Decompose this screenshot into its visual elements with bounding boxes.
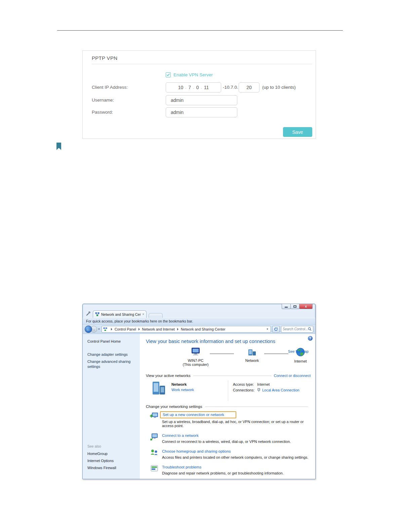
maximize-button[interactable] [290, 304, 299, 309]
breadcrumb-control-panel[interactable]: Control Panel [115, 327, 136, 331]
address-bar[interactable]: Control Panel Network and Internet Netwo… [102, 326, 271, 333]
client-ip-label: Client IP Address: [92, 85, 128, 90]
see-also-label: See also [87, 444, 116, 448]
map-node-label: Internet [284, 359, 315, 363]
password-field[interactable]: admin [166, 107, 237, 117]
main-pane: ? View your basic network information an… [140, 334, 315, 479]
task-description: Diagnose and repair network problems, or… [162, 471, 284, 475]
client-ip-start-input[interactable]: 10.7.0.11 [166, 82, 221, 92]
breadcrumb-network-sharing-center[interactable]: Network and Sharing Center [181, 327, 226, 331]
tab-close-icon[interactable]: × [142, 312, 144, 316]
see-full-map-link[interactable]: See full map [288, 349, 309, 353]
username-label: Username: [92, 98, 114, 103]
username-field[interactable]: admin [166, 95, 237, 105]
close-button[interactable]: x [299, 304, 313, 309]
rule [205, 407, 308, 407]
map-node-network[interactable]: Network [236, 349, 268, 363]
map-node-this-computer[interactable]: WIN7-PC (This computer) [179, 347, 212, 367]
wrench-icon[interactable] [85, 311, 91, 316]
sidebar-item-windows-firewall[interactable]: Windows Firewall [87, 466, 116, 470]
bookmarks-hint: For quick access, place your bookmarks h… [86, 319, 193, 323]
breadcrumb-separator [138, 328, 140, 331]
task-description: Set up a wireless, broadband, dial-up, a… [162, 420, 311, 428]
window-content: Control Panel Home Change adapter settin… [83, 334, 315, 479]
note-bookmark-icon [56, 143, 61, 150]
task-text: Connect to a network Connect or reconnec… [162, 432, 291, 444]
connect-network-icon [150, 433, 159, 441]
active-network-details: Access type: Internet Connections: [228, 380, 311, 401]
help-icon[interactable]: ? [308, 336, 313, 341]
task-setup-new-connection: Set up a new connection or network Set u… [150, 411, 311, 428]
new-tab-button[interactable] [149, 313, 163, 318]
local-area-connection-link[interactable]: Local Area Connection [262, 388, 299, 392]
map-connector [210, 353, 234, 354]
breadcrumb-network-internet[interactable]: Network and Internet [142, 327, 175, 331]
refresh-button[interactable] [272, 326, 280, 333]
task-description: Access files and printers located on oth… [162, 455, 308, 459]
active-network-names: Network Work network [171, 380, 194, 401]
task-homegroup-options: Choose homegroup and sharing options Acc… [150, 448, 311, 459]
new-connection-icon [150, 412, 159, 420]
access-type-label: Access type: [233, 382, 257, 386]
active-network-name: Network [171, 382, 194, 386]
panel-divider [92, 64, 312, 64]
active-network-card: Network Work network Access type: Intern… [151, 380, 311, 401]
search-placeholder: Search Control... [283, 327, 308, 331]
connect-to-network-link[interactable]: Connect to a network [162, 433, 199, 438]
homegroup-icon [150, 449, 159, 457]
ip-octet: 10 [178, 85, 184, 90]
address-dropdown-icon[interactable]: ▼ [266, 328, 269, 330]
map-node-label: Network [236, 358, 268, 363]
navigation-bar: ← → ▼ Control Panel Network and Internet… [83, 325, 315, 334]
sidebar-item-change-advanced-sharing[interactable]: Change advanced sharing settings [87, 359, 131, 369]
pptp-vpn-panel: PPTP VPN Enable VPN Server Client IP Add… [82, 50, 316, 139]
back-arrow-icon: ← [86, 327, 90, 331]
network-map: WIN7-PC (This computer) Network [146, 347, 311, 372]
ip-end-value: 20 [246, 85, 252, 90]
password-value: admin [171, 110, 184, 115]
setup-new-connection-link[interactable]: Set up a new connection or network [160, 411, 236, 418]
sidebar-item-control-panel-home[interactable]: Control Panel Home [87, 339, 140, 343]
control-panel-sidebar: Control Panel Home Change adapter settin… [83, 334, 140, 479]
bookmarks-bar[interactable]: For quick access, place your bookmarks h… [83, 318, 315, 325]
network-tab-icon [95, 312, 99, 316]
work-network-link[interactable]: Work network [171, 388, 194, 392]
password-label: Password: [92, 110, 113, 115]
ip-octet: 7 [189, 85, 191, 90]
save-button[interactable]: Save [283, 127, 312, 137]
minimize-button[interactable] [282, 304, 291, 309]
task-description: Connect or reconnect to a wireless, wire… [162, 440, 291, 444]
sidebar-item-internet-options[interactable]: Internet Options [87, 459, 116, 463]
header-rule [57, 30, 343, 31]
client-ip-end-input[interactable]: 20 [239, 82, 259, 92]
back-button[interactable]: ← [85, 326, 92, 333]
connections-label: Connections: [233, 388, 257, 392]
ip-dot: . [193, 85, 194, 90]
task-text: Troubleshoot problems Diagnose and repai… [162, 464, 284, 475]
search-box[interactable]: Search Control... [281, 326, 313, 333]
connections-row: Connections: Local Area Connection [233, 388, 311, 392]
task-text: Choose homegroup and sharing options Acc… [162, 448, 308, 459]
window-titlebar[interactable]: x [83, 304, 315, 309]
sidebar-item-change-adapter-settings[interactable]: Change adapter settings [87, 352, 131, 357]
task-text: Set up a new connection or network Set u… [162, 411, 311, 428]
troubleshoot-problems-link[interactable]: Troubleshoot problems [162, 465, 201, 469]
active-networks-header: View your active networks Connect or dis… [146, 374, 311, 378]
ip-octet: 11 [204, 85, 209, 90]
address-network-icon [103, 327, 107, 331]
homegroup-options-link[interactable]: Choose homegroup and sharing options [162, 449, 231, 453]
tab-bar: Network and Sharing Cent × [83, 309, 315, 318]
page-heading: View your basic network information and … [146, 339, 311, 344]
rule [193, 376, 271, 376]
history-dropdown-icon[interactable]: ▼ [98, 328, 100, 330]
tab-network-sharing-center[interactable]: Network and Sharing Cent × [93, 310, 147, 318]
enable-vpn-checkbox[interactable] [166, 72, 171, 77]
search-icon [308, 327, 312, 331]
connect-or-disconnect-link[interactable]: Connect or disconnect [274, 374, 311, 378]
username-value: admin [171, 98, 184, 103]
computer-icon [190, 347, 201, 356]
ip-dot: . [185, 85, 186, 90]
sidebar-item-homegroup[interactable]: HomeGroup [87, 452, 116, 456]
network-sharing-center-window: x Network and Sharing Cent × For q [82, 304, 316, 479]
active-networks-label: View your active networks [146, 374, 191, 378]
